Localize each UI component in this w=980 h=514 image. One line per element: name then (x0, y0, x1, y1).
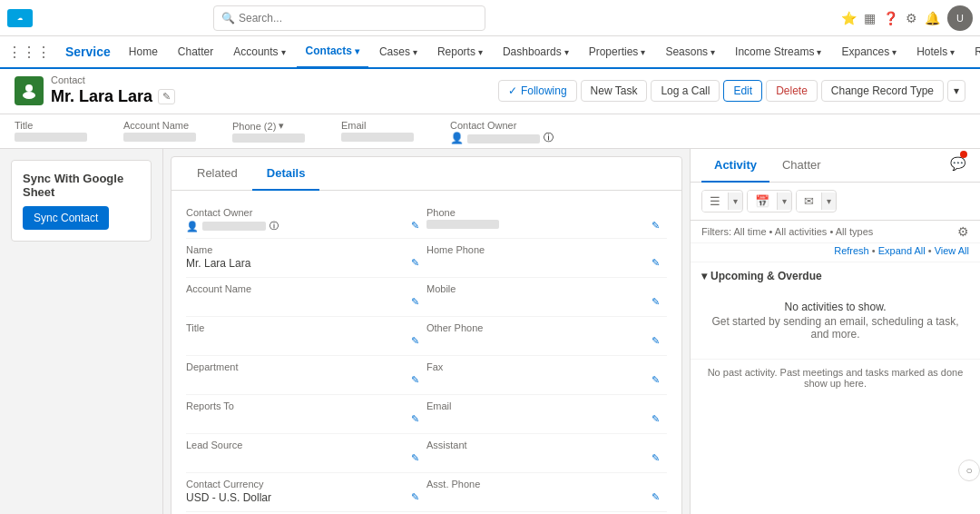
activity-filters: Filters: All time • All activities • All… (691, 221, 980, 243)
nav-bar: ⋮⋮⋮ Service Home Chatter Accounts▾ Conta… (0, 36, 980, 69)
filters-label: Filters: All time • All activities • All… (701, 226, 873, 237)
phone-label: Phone (2) ▾ (232, 120, 305, 132)
account-name-label: Account Name (123, 120, 196, 131)
email-value (341, 133, 414, 142)
fax-edit-icon[interactable]: ✎ (652, 374, 660, 386)
asst-phone-edit-icon[interactable]: ✎ (652, 491, 660, 503)
chatter-icon: 💬 (950, 156, 965, 171)
center-panel[interactable]: Related Details Contact Owner 👤 ⓘ ✎ (163, 149, 690, 514)
delete-button[interactable]: Delete (766, 80, 818, 102)
assistant-edit-icon[interactable]: ✎ (652, 452, 660, 464)
svg-point-2 (25, 84, 33, 92)
help-icon[interactable]: ❓ (883, 11, 898, 25)
field-account-name: Account Name (123, 120, 196, 144)
nav-contacts[interactable]: Contacts▾ (297, 36, 368, 68)
currency-edit-icon[interactable]: ✎ (411, 491, 419, 503)
tab-chatter[interactable]: Chatter (769, 149, 834, 183)
follow-button[interactable]: ✓ Following (498, 80, 577, 102)
owner-form-info[interactable]: ⓘ (270, 220, 279, 232)
form-lead-source: Lead Source ✎ (186, 434, 426, 473)
refresh-link[interactable]: Refresh (834, 245, 869, 256)
search-bar[interactable]: 🔍 (213, 5, 485, 31)
lead-source-edit-icon[interactable]: ✎ (411, 452, 419, 464)
new-task-button[interactable]: New Task (581, 80, 648, 102)
email-btn[interactable]: ✉ ▾ (796, 190, 837, 213)
notifications-icon[interactable]: 🔔 (925, 11, 940, 25)
email-label: Email (341, 120, 414, 131)
nav-income-streams[interactable]: Income Streams▾ (726, 36, 830, 68)
dashboards-chevron: ▾ (564, 47, 569, 57)
actions-dropdown-button[interactable]: ▾ (947, 80, 965, 102)
owner-info-icon[interactable]: ⓘ (544, 131, 554, 144)
form-contact-currency: Contact Currency USD - U.S. Dollar ✎ (186, 473, 426, 512)
record-title: Contact Mr. Lara Lara ✎ (15, 74, 175, 106)
tab-details[interactable]: Details (252, 157, 320, 191)
hotels-chevron: ▾ (950, 47, 955, 57)
calendar-btn[interactable]: 📅 ▾ (747, 190, 792, 213)
sync-contact-button[interactable]: Sync Contact (23, 206, 109, 230)
view-all-link[interactable]: View All (935, 245, 969, 256)
form-home-phone: Home Phone ✎ (426, 239, 667, 278)
list-dropdown-icon[interactable]: ▾ (728, 193, 742, 210)
field-email: Email (341, 120, 414, 144)
activity-tabs: Activity Chatter 💬 (691, 149, 980, 183)
email-dropdown-icon[interactable]: ▾ (821, 193, 836, 210)
email-edit-icon[interactable]: ✎ (652, 413, 660, 425)
reports-to-edit-icon[interactable]: ✎ (411, 413, 419, 425)
contact-owner-edit-icon[interactable]: ✎ (411, 220, 419, 232)
chevron-down-icon[interactable]: ▾ (701, 270, 707, 282)
mobile-edit-icon[interactable]: ✎ (652, 296, 660, 308)
nav-accounts[interactable]: Accounts▾ (224, 36, 294, 68)
other-phone-edit-icon[interactable]: ✎ (652, 335, 660, 347)
search-input[interactable] (239, 12, 477, 25)
title-edit-icon[interactable]: ✎ (411, 335, 419, 347)
nav-cases[interactable]: Cases▾ (370, 36, 426, 68)
title-value (15, 133, 87, 142)
filter-settings-icon[interactable]: ⚙ (957, 224, 969, 239)
change-record-type-button[interactable]: Change Record Type (821, 80, 944, 102)
form-title: Title ✎ (186, 317, 426, 356)
detail-tabs: Related Details (172, 157, 681, 191)
search-icon: 🔍 (221, 12, 235, 25)
favorites-icon[interactable]: ⭐ (841, 11, 857, 25)
account-name-value (123, 133, 196, 142)
reports-chevron: ▾ (478, 47, 483, 57)
phone-info-icon[interactable]: ▾ (279, 120, 284, 132)
list-view-btn[interactable]: ☰ ▾ (701, 190, 743, 213)
home-phone-edit-icon[interactable]: ✎ (652, 257, 660, 269)
nav-dashboards[interactable]: Dashboards▾ (494, 36, 578, 68)
nav-properties[interactable]: Properties▾ (580, 36, 655, 68)
app-launcher-icon[interactable]: ⋮⋮⋮ (7, 44, 51, 61)
record-icon (15, 76, 44, 105)
nav-home[interactable]: Home (120, 36, 167, 68)
waffle-icon[interactable]: ▦ (864, 11, 876, 25)
name-edit-icon[interactable]: ✎ (411, 257, 419, 269)
cases-chevron: ▾ (413, 47, 417, 57)
nav-seasons[interactable]: Seasons▾ (656, 36, 724, 68)
calendar-dropdown-icon[interactable]: ▾ (777, 193, 791, 210)
department-edit-icon[interactable]: ✎ (411, 374, 419, 386)
nav-chatter[interactable]: Chatter (169, 36, 222, 68)
form-mobile: Mobile ✎ (426, 278, 667, 317)
log-call-button[interactable]: Log a Call (651, 80, 720, 102)
owner-avatar-icon: 👤 (450, 132, 464, 144)
owner-form-avatar: 👤 (186, 221, 199, 232)
scroll-to-top-button[interactable]: ○ (958, 460, 980, 481)
edit-inline-icon[interactable]: ✎ (158, 89, 175, 104)
account-name-edit-icon[interactable]: ✎ (411, 296, 419, 308)
nav-rooms[interactable]: Rooms▾ (965, 36, 980, 68)
edit-button[interactable]: Edit (723, 80, 762, 102)
phone-edit-icon[interactable]: ✎ (652, 220, 660, 232)
tab-related[interactable]: Related (182, 157, 252, 191)
nav-hotels[interactable]: Hotels▾ (907, 36, 964, 68)
tab-activity[interactable]: Activity (701, 149, 769, 183)
record-header: Contact Mr. Lara Lara ✎ ✓ Following New … (0, 69, 980, 114)
get-started-text: Get started by sending an email, schedul… (701, 315, 969, 341)
settings-icon[interactable]: ⚙ (906, 11, 917, 25)
nav-reports[interactable]: Reports▾ (428, 36, 492, 68)
chatter-notification[interactable]: 💬 (946, 149, 969, 182)
expand-all-link[interactable]: Expand All (878, 245, 926, 256)
nav-expances[interactable]: Expances▾ (832, 36, 906, 68)
avatar[interactable]: U (947, 5, 973, 31)
right-panel: Activity Chatter 💬 ☰ ▾ 📅 ▾ ✉ ▾ Filters: … (690, 149, 980, 514)
